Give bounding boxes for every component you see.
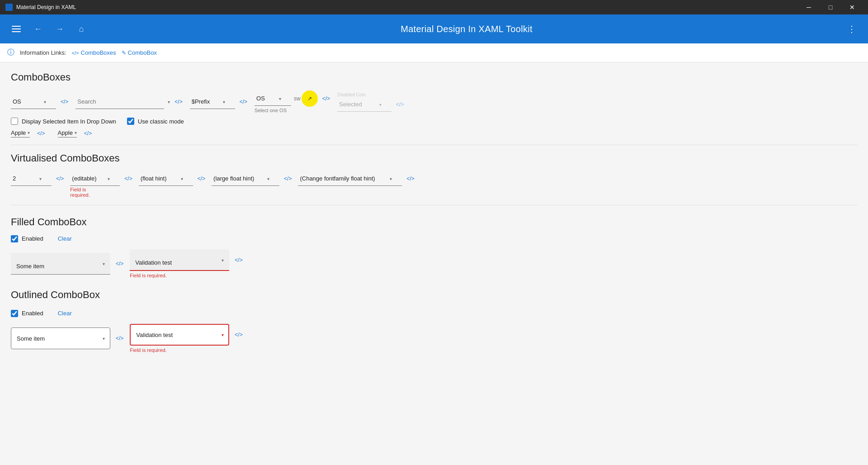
os-combo-select[interactable]: OS Windows Linux macOS bbox=[11, 95, 56, 109]
filled-combo-2-select[interactable]: Validation test bbox=[130, 249, 229, 271]
outlined-enabled-label: Enabled bbox=[22, 310, 43, 317]
display-selected-checkbox[interactable] bbox=[11, 118, 18, 125]
virt-combo-2-code-icon[interactable]: </> bbox=[123, 175, 134, 183]
virt-combo-2-wrapper: (editable) ▾ </> Field isrequired. bbox=[70, 171, 134, 198]
apple-1-code-icon[interactable]: </> bbox=[35, 129, 47, 138]
virt-combo-1-code-icon[interactable]: </> bbox=[54, 175, 66, 183]
outlined-combo-1-code-icon[interactable]: </> bbox=[114, 334, 125, 342]
combobox-link[interactable]: ✎ ComboBox bbox=[122, 49, 157, 56]
virtualised-section-title: Virtualised ComboBoxes bbox=[11, 152, 857, 164]
virt-combo-5-code-icon[interactable]: </> bbox=[405, 175, 416, 183]
apple-combo-2[interactable]: Apple ▾ bbox=[58, 129, 77, 138]
apple-2-code-icon[interactable]: </> bbox=[82, 129, 94, 138]
filled-combo-1-wrapper: Some item ▾ bbox=[11, 253, 110, 275]
toolbar-right: ⋮ bbox=[843, 20, 861, 38]
virt-combo-5-wrapper: (Change fontfamily float hint) ▾ </> bbox=[298, 171, 416, 186]
virtualised-combo-row: 2 1 3 ▾ </> (editable) ▾ </> Field isreq… bbox=[11, 171, 857, 198]
virt-combo-5-select[interactable]: (Change fontfamily float hint) bbox=[298, 171, 402, 186]
title-bar-controls: ─ □ ✕ bbox=[798, 0, 863, 14]
outlined-enabled-row: Enabled Clear bbox=[11, 308, 857, 318]
close-button[interactable]: ✕ bbox=[842, 0, 863, 14]
os-combo-code-icon[interactable]: </> bbox=[59, 98, 70, 106]
virt-field-required: Field isrequired. bbox=[70, 187, 134, 198]
more-options-button[interactable]: ⋮ bbox=[843, 20, 861, 38]
virt-combo-4-wrapper: (large float hint) ▾ </> bbox=[212, 171, 293, 186]
filled-combo-1-group: Some item ▾ </> bbox=[11, 253, 125, 275]
search-combo-arrow-icon: ▾ bbox=[168, 100, 170, 104]
virt-combo-2-select[interactable]: (editable) bbox=[70, 171, 120, 186]
comboboxes-link-icon: </> bbox=[72, 50, 79, 56]
outlined-combo-1-select[interactable]: Some item bbox=[11, 327, 110, 349]
hamburger-icon bbox=[10, 24, 23, 34]
os-combo-wrapper: OS Windows Linux macOS ▾ </> bbox=[11, 95, 70, 109]
main-content: ComboBoxes OS Windows Linux macOS ▾ </> … bbox=[0, 62, 868, 362]
outlined-enabled-checkbox[interactable] bbox=[11, 310, 18, 317]
app-toolbar: ← → ⌂ Material Design In XAML Toolkit ⋮ bbox=[0, 14, 868, 43]
filled-enabled-checkbox-label[interactable]: Enabled bbox=[11, 235, 43, 242]
maximize-button[interactable]: □ bbox=[820, 0, 841, 14]
classic-mode-checkbox[interactable] bbox=[127, 118, 134, 125]
filled-combo-row: Some item ▾ </> Validation test ▾ </> bbox=[11, 249, 857, 278]
forward-button[interactable]: → bbox=[51, 20, 69, 38]
filled-clear-button[interactable]: Clear bbox=[54, 233, 75, 244]
virt-combo-4-select[interactable]: (large float hint) bbox=[212, 171, 279, 186]
apple-2-value: Apple bbox=[58, 129, 73, 136]
virt-combo-1-wrapper: 2 1 3 ▾ </> bbox=[11, 171, 66, 186]
outlined-enabled-checkbox-label[interactable]: Enabled bbox=[11, 310, 43, 317]
app-icon bbox=[5, 4, 13, 11]
filled-combo-2-group: Validation test ▾ </> Field is required. bbox=[130, 249, 244, 278]
combobox-link-icon: ✎ bbox=[122, 50, 126, 56]
filled-section: Filled ComboBox Enabled Clear Some item … bbox=[11, 216, 857, 278]
filled-combo-1-code-icon[interactable]: </> bbox=[114, 260, 125, 268]
filled-section-title: Filled ComboBox bbox=[11, 216, 857, 228]
minimize-button[interactable]: ─ bbox=[798, 0, 819, 14]
filled-enabled-row: Enabled Clear bbox=[11, 233, 857, 244]
title-bar-text: Material Design in XAML bbox=[16, 4, 76, 10]
disabled-combo-label: Disabled Com bbox=[337, 92, 406, 97]
os-sw-combo-select[interactable]: OS Windows bbox=[255, 91, 291, 106]
home-button[interactable]: ⌂ bbox=[72, 20, 90, 38]
apple-combo-1[interactable]: Apple ▾ bbox=[11, 129, 30, 138]
apple-2-arrow-icon: ▾ bbox=[75, 130, 77, 135]
disabled-combo-select: Selected bbox=[337, 97, 392, 112]
comboboxes-link[interactable]: </> ComboBoxes bbox=[72, 49, 116, 56]
outlined-combo-1-group: Some item ▾ </> bbox=[11, 327, 125, 349]
apple-1-arrow-icon: ▾ bbox=[28, 130, 30, 135]
outlined-combo-2-group: Validation test ▾ </> Field is required. bbox=[130, 324, 244, 353]
title-bar-left: Material Design in XAML bbox=[5, 4, 76, 11]
virt-combo-3-select[interactable]: (float hint) bbox=[139, 171, 193, 186]
disabled-combo-code-icon[interactable]: </> bbox=[394, 100, 406, 109]
outlined-combo-1-wrapper: Some item ▾ bbox=[11, 327, 110, 349]
back-button[interactable]: ← bbox=[29, 20, 47, 38]
virt-combo-3-code-icon[interactable]: </> bbox=[196, 175, 207, 183]
disabled-combo-wrapper: Disabled Com Selected ▾ </> bbox=[337, 92, 406, 112]
toolbar-left: ← → ⌂ bbox=[7, 20, 90, 38]
outlined-clear-button[interactable]: Clear bbox=[54, 308, 75, 318]
filled-combo-2-wrapper: Validation test ▾ bbox=[130, 249, 229, 271]
filled-combo-2-code-icon[interactable]: </> bbox=[233, 256, 244, 264]
prefix-combo-wrapper: $Prefix ▾ </> bbox=[190, 95, 249, 109]
more-vert-icon: ⋮ bbox=[847, 24, 857, 34]
hamburger-menu-button[interactable] bbox=[7, 20, 25, 38]
search-combo-wrapper: ▾ </> bbox=[75, 95, 184, 109]
combobox-row-1: OS Windows Linux macOS ▾ </> ▾ </> $Pref… bbox=[11, 90, 857, 113]
os-sw-combo-code-icon[interactable]: </> bbox=[321, 95, 332, 103]
display-selected-checkbox-label[interactable]: Display Selected Item In Drop Down bbox=[11, 118, 116, 125]
os-sw-combo-wrapper: OS Windows ▾ sw ↗ </> Select one OS bbox=[255, 90, 332, 113]
outlined-combo-2-code-icon[interactable]: </> bbox=[233, 331, 244, 339]
title-bar: Material Design in XAML ─ □ ✕ bbox=[0, 0, 868, 14]
comboboxes-section-title: ComboBoxes bbox=[11, 71, 857, 83]
prefix-combo-code-icon[interactable]: </> bbox=[238, 98, 249, 106]
virt-combo-4-code-icon[interactable]: </> bbox=[282, 175, 293, 183]
search-combo-code-icon[interactable]: </> bbox=[173, 98, 184, 106]
info-bar: ⓘ Information Links: </> ComboBoxes ✎ Co… bbox=[0, 43, 868, 62]
outlined-combo-2-select[interactable]: Validation test bbox=[130, 324, 229, 346]
classic-mode-checkbox-label[interactable]: Use classic mode bbox=[127, 118, 184, 125]
virt-combo-1-select[interactable]: 2 1 3 bbox=[11, 171, 52, 186]
filled-combo-1-select[interactable]: Some item bbox=[11, 253, 110, 275]
filled-enabled-checkbox[interactable] bbox=[11, 235, 18, 242]
prefix-combo-select[interactable]: $Prefix bbox=[190, 95, 235, 109]
search-input[interactable] bbox=[75, 95, 164, 109]
outlined-section: Outlined ComboBox Enabled Clear Some ite… bbox=[11, 289, 857, 353]
checkbox-row: Display Selected Item In Drop Down Use c… bbox=[11, 118, 857, 125]
